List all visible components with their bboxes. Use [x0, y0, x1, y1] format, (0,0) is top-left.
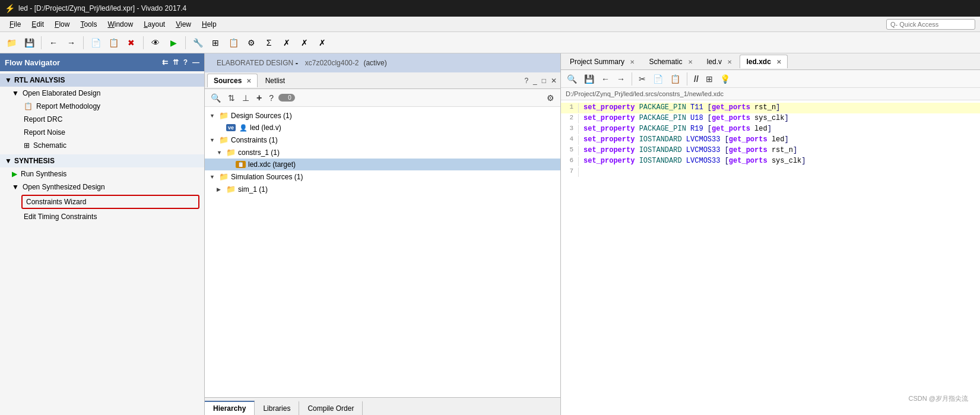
toolbar-forward[interactable]: → — [64, 35, 79, 50]
toolbar-program[interactable]: 🔧 — [190, 35, 205, 50]
open-synthesized-label: Open Synthesized Design — [23, 183, 105, 191]
design-sources-label: Design Sources (1) — [231, 112, 292, 120]
tree-led-v[interactable]: ve 👤 led (led.v) — [205, 122, 560, 134]
rtl-analysis-section[interactable]: ▼ RTL ANALYSIS — [0, 74, 204, 87]
menu-flow[interactable]: Flow — [50, 19, 74, 30]
toolbar-scissors[interactable]: ✗ — [279, 35, 294, 50]
tree-design-sources[interactable]: ▼ 📁 Design Sources (1) — [205, 109, 560, 122]
line-content-5: set_property IOSTANDARD LVCMOS33 [get_po… — [583, 146, 797, 156]
code-tab-led-v[interactable]: led.v ✕ — [700, 55, 739, 68]
code-editor[interactable]: 1 set_property PACKAGE_PIN T11 [get_port… — [561, 100, 980, 415]
toolbar-open[interactable]: 📁 — [4, 35, 19, 50]
code-tab-schematic-close[interactable]: ✕ — [688, 59, 693, 65]
code-block-btn[interactable]: ⊞ — [703, 73, 715, 85]
code-tab-led-xdc[interactable]: led.xdc ✕ — [740, 55, 788, 68]
menu-help[interactable]: Help — [197, 19, 221, 30]
code-tab-project-summary-close[interactable]: ✕ — [630, 59, 635, 65]
search-btn[interactable]: 🔍 — [208, 92, 223, 104]
nav-open-elaborated-design[interactable]: ▼ Open Elaborated Design — [0, 87, 204, 100]
gear-btn[interactable]: ⚙ — [544, 92, 557, 104]
code-save-btn[interactable]: 💾 — [582, 73, 597, 85]
code-tab-schematic-label: Schematic — [649, 58, 682, 66]
badge-count: 0 — [288, 94, 291, 101]
code-tab-led-v-close[interactable]: ✕ — [727, 59, 732, 65]
tab-sources[interactable]: Sources ✕ — [207, 74, 258, 87]
code-paste-btn[interactable]: 📋 — [668, 73, 683, 85]
code-copy-btn[interactable]: 📄 — [651, 73, 665, 85]
code-undo-btn[interactable]: ← — [599, 73, 612, 85]
nav-open-synthesized-design[interactable]: ▼ Open Synthesized Design — [0, 180, 204, 194]
toolbar-copy[interactable]: 📋 — [106, 35, 121, 50]
code-tab-schematic[interactable]: Schematic ✕ — [642, 55, 699, 68]
nav-report-noise[interactable]: Report Noise — [0, 126, 204, 139]
tree-led-xdc[interactable]: 📋 led.xdc (target) — [205, 159, 560, 170]
toolbar-back[interactable]: ← — [46, 35, 61, 50]
elaborated-design-header-label: ELABORATED DESIGN — [217, 59, 293, 67]
toolbar-binoculars[interactable]: 👁 — [148, 35, 163, 50]
toolbar-stop[interactable]: ✖ — [123, 35, 139, 50]
constraints-folder-icon: 📁 — [219, 135, 229, 144]
tree-constraints[interactable]: ▼ 📁 Constraints (1) — [205, 134, 560, 146]
menu-window[interactable]: Window — [103, 19, 138, 30]
toolbar-grid[interactable]: ⊞ — [208, 35, 223, 50]
elaborated-header: ELABORATED DESIGN - xc7z020clg400-2 (act… — [205, 53, 560, 72]
code-search-btn[interactable]: 🔍 — [564, 73, 579, 85]
quick-access-input[interactable] — [886, 19, 975, 30]
flow-nav-help-icon[interactable]: ? — [183, 58, 188, 66]
toolbar-settings[interactable]: ⚙ — [243, 35, 259, 50]
code-tab-project-summary[interactable]: Project Summary ✕ — [563, 55, 641, 68]
code-cut-btn[interactable]: ✂ — [636, 73, 648, 85]
code-redo-btn[interactable]: → — [614, 73, 627, 85]
menu-view[interactable]: View — [171, 19, 196, 30]
led-v-badge: ve — [226, 124, 236, 131]
btab-compile-order[interactable]: Compile Order — [299, 401, 363, 415]
code-tabs: Project Summary ✕ Schematic ✕ led.v ✕ le… — [561, 53, 980, 70]
toolbar-cross3[interactable]: ✗ — [315, 35, 330, 50]
sort-btn[interactable]: ⇅ — [226, 92, 237, 104]
toolbar-new[interactable]: 📄 — [88, 35, 103, 50]
flow-nav-expand-icon[interactable]: ⇈ — [173, 58, 179, 66]
close-icon[interactable]: ✕ — [550, 75, 558, 86]
btab-libraries[interactable]: Libraries — [255, 401, 299, 415]
btab-hierarchy[interactable]: Hierarchy — [205, 401, 255, 415]
nav-schematic[interactable]: ⊞ Schematic — [0, 139, 204, 152]
help-icon[interactable]: ? — [523, 75, 529, 86]
code-tab-led-xdc-close[interactable]: ✕ — [776, 59, 781, 65]
toolbar-cross2[interactable]: ✗ — [297, 35, 312, 50]
flow-nav-minimize-icon[interactable]: — — [192, 58, 199, 66]
toolbar-sigma[interactable]: Σ — [261, 35, 277, 50]
code-lightbulb-btn[interactable]: 💡 — [718, 73, 732, 85]
help-btn[interactable]: ? — [267, 92, 276, 104]
tab-sources-close[interactable]: ✕ — [246, 78, 251, 84]
toolbar-run[interactable]: ▶ — [166, 35, 181, 50]
nav-edit-timing-constraints[interactable]: Edit Timing Constraints — [0, 210, 204, 223]
menu-tools[interactable]: Tools — [75, 19, 102, 30]
tree-constrs-1[interactable]: ▼ 📁 constrs_1 (1) — [205, 146, 560, 159]
constraints-wizard-label: Constraints Wizard — [26, 198, 86, 206]
tab-netlist[interactable]: Netlist — [259, 74, 291, 87]
toolbar-save[interactable]: 💾 — [21, 35, 37, 50]
maximize-icon[interactable]: □ — [541, 75, 547, 86]
code-comment-btn[interactable]: // — [692, 73, 701, 85]
constrs-folder-icon: 📁 — [226, 148, 236, 157]
file-path-text: D:/Project/Zynq_Prj/led/led.srcs/constrs… — [566, 90, 724, 97]
tree-simulation-sources[interactable]: ▼ 📁 Simulation Sources (1) — [205, 170, 560, 183]
rtl-analysis-label: RTL ANALYSIS — [14, 76, 65, 84]
nav-report-drc[interactable]: Report DRC — [0, 113, 204, 126]
nav-report-methodology[interactable]: 📋 Report Methodology — [0, 100, 204, 113]
constraints-label: Constraints (1) — [231, 136, 278, 144]
nav-run-synthesis[interactable]: ▶ Run Synthesis — [0, 167, 204, 180]
synthesis-section[interactable]: ▼ SYNTHESIS — [0, 154, 204, 167]
menu-file[interactable]: File — [5, 19, 26, 30]
toolbar-clipboard[interactable]: 📋 — [226, 35, 241, 50]
add-btn[interactable]: + — [254, 91, 264, 104]
code-line-7: 7 — [561, 167, 980, 178]
menu-layout[interactable]: Layout — [139, 19, 170, 30]
filter-btn[interactable]: ⊥ — [240, 92, 252, 104]
tree-sim-1[interactable]: ▶ 📁 sim_1 (1) — [205, 183, 560, 195]
line-content-3: set_property PACKAGE_PIN R19 [get_ports … — [583, 125, 772, 134]
flow-nav-collapse-icon[interactable]: ⇇ — [162, 58, 168, 66]
menu-edit[interactable]: Edit — [27, 19, 49, 30]
minimize-icon[interactable]: _ — [532, 75, 538, 86]
nav-constraints-wizard[interactable]: Constraints Wizard — [21, 195, 199, 209]
